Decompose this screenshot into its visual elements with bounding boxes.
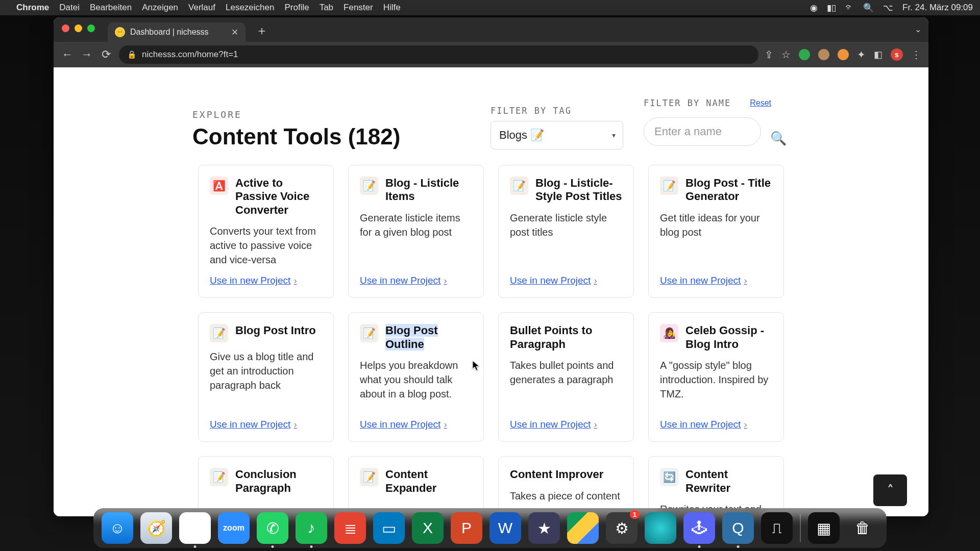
tool-card[interactable]: 📝Blog - Listicle Items Generate listicle… xyxy=(348,165,484,298)
menu-verlauf[interactable]: Verlauf xyxy=(188,3,215,13)
tool-card[interactable]: 📝Blog Post Intro Give us a blog title an… xyxy=(198,312,334,442)
menubar-app-name[interactable]: Chrome xyxy=(16,3,49,13)
tool-card-description: Helps you breakdown what you should talk… xyxy=(360,358,472,411)
tool-card[interactable]: Content Improver Takes a piece of conten… xyxy=(498,456,634,516)
url-text: nichesss.com/home?ft=1 xyxy=(142,49,238,60)
tabs-overflow-icon[interactable]: ⌄ xyxy=(915,24,921,34)
tool-card[interactable]: 📝Conclusion Paragraph xyxy=(198,456,334,516)
address-bar[interactable]: 🔒 nichesss.com/home?ft=1 xyxy=(119,45,758,64)
tab-strip: 😶 Dashboard | nichesss ✕ ＋ ⌄ xyxy=(54,17,928,42)
dock-app-spotify[interactable]: ♪ xyxy=(296,512,327,544)
forward-button[interactable]: → xyxy=(80,48,93,61)
toolbar: ← → ⟳ 🔒 nichesss.com/home?ft=1 ⇪ ☆ ✦ ◧ s… xyxy=(54,42,928,67)
dock-app-finder[interactable]: ☺ xyxy=(102,512,133,544)
scroll-to-top-button[interactable]: ˄ xyxy=(873,474,907,506)
use-in-project-link[interactable]: Use in new Project› xyxy=(210,419,322,430)
menubar-clock[interactable]: Fr. 24. März 09:09 xyxy=(902,3,973,13)
close-window-icon[interactable] xyxy=(62,24,69,32)
tag-select[interactable]: Blogs 📝 ▾ xyxy=(491,121,623,149)
tool-card-icon: 📝 xyxy=(360,177,378,195)
spotlight-icon[interactable]: 🔍 xyxy=(863,3,874,13)
dock-app-zoom[interactable]: zoom xyxy=(218,512,250,544)
reset-link[interactable]: Reset xyxy=(750,98,771,108)
back-button[interactable]: ← xyxy=(61,48,74,61)
tab-active[interactable]: 😶 Dashboard | nichesss ✕ xyxy=(108,22,246,42)
dock-app-quicktime[interactable]: Q xyxy=(722,512,754,544)
tool-card-description: Get title ideas for your blog post xyxy=(660,211,772,267)
side-panel-icon[interactable]: ◧ xyxy=(874,49,883,60)
use-in-project-link[interactable]: Use in new Project› xyxy=(660,419,772,430)
tools-grid: 🅰️Active to Passive Voice Converter Conv… xyxy=(192,165,790,442)
tool-card-icon: 📝 xyxy=(360,468,378,486)
extension-3-icon[interactable] xyxy=(838,49,849,60)
control-center-icon[interactable]: ⌥ xyxy=(883,3,893,13)
tool-card[interactable]: 🅰️Active to Passive Voice Converter Conv… xyxy=(198,165,334,298)
menu-datei[interactable]: Datei xyxy=(59,3,80,13)
menu-bearbeiten[interactable]: Bearbeiten xyxy=(90,3,132,13)
dock-app-whatsapp[interactable]: ✆ xyxy=(257,512,288,544)
dock-app-safari[interactable]: 🧭 xyxy=(140,512,172,544)
tool-card[interactable]: Bullet Points to Paragraph Takes bullet … xyxy=(498,312,634,442)
tool-card-title: Active to Passive Voice Converter xyxy=(235,177,309,216)
dock-app-chrome[interactable]: ◉ xyxy=(179,512,211,544)
fullscreen-window-icon[interactable] xyxy=(87,24,95,32)
tool-card-title: Content Expander xyxy=(385,468,436,494)
running-indicator-icon xyxy=(698,545,701,548)
tool-card[interactable]: 🔄Content Rewriter Rewrites your text and xyxy=(648,456,784,516)
dock-app-mission-control[interactable]: ▦ xyxy=(808,512,840,544)
running-indicator-icon xyxy=(194,545,197,548)
chevron-right-icon: › xyxy=(293,419,297,430)
dock-app-discord[interactable]: 🕹 xyxy=(683,512,715,544)
dock-app-todoist[interactable]: ≣ xyxy=(334,512,366,544)
tab-close-icon[interactable]: ✕ xyxy=(231,27,238,38)
name-search-input[interactable] xyxy=(644,117,761,146)
tool-card[interactable]: 📝Blog - Listicle-Style Post Titles Gener… xyxy=(498,165,634,298)
extension-2-icon[interactable] xyxy=(818,49,829,60)
dock-app-trello[interactable]: ▭ xyxy=(373,512,405,544)
menu-fenster[interactable]: Fenster xyxy=(344,3,373,13)
new-tab-button[interactable]: ＋ xyxy=(251,19,273,42)
search-button[interactable]: 🔍 xyxy=(767,128,790,149)
window-traffic-lights xyxy=(62,24,95,32)
use-in-project-link[interactable]: Use in new Project› xyxy=(510,419,622,430)
use-in-project-link[interactable]: Use in new Project› xyxy=(210,275,322,286)
use-in-project-link[interactable]: Use in new Project› xyxy=(510,275,622,286)
extensions-puzzle-icon[interactable]: ✦ xyxy=(857,48,866,61)
page-title: Content Tools (182) xyxy=(192,124,400,149)
dock-app-siri[interactable] xyxy=(645,512,676,544)
menu-profile[interactable]: Profile xyxy=(284,3,309,13)
dock-app-word[interactable]: W xyxy=(489,512,521,544)
dock-app-imovie[interactable]: ★ xyxy=(528,512,560,544)
tools-grid-continued: 📝Conclusion Paragraph 📝Content Expander … xyxy=(192,456,790,516)
battery-icon[interactable]: ▮▯ xyxy=(827,3,836,13)
tool-card[interactable]: 📝Content Expander xyxy=(348,456,484,516)
share-icon[interactable]: ⇪ xyxy=(765,48,773,61)
profile-avatar[interactable]: s xyxy=(891,48,903,61)
reload-button[interactable]: ⟳ xyxy=(100,48,113,61)
tool-card[interactable]: 📝Blog Post - Title Generator Get title i… xyxy=(648,165,784,298)
menu-anzeigen[interactable]: Anzeigen xyxy=(142,3,178,13)
screen-record-icon[interactable]: ◉ xyxy=(810,3,818,13)
dock-app-excel[interactable]: X xyxy=(412,512,444,544)
dock-app-settings[interactable]: ⚙1 xyxy=(606,512,638,544)
use-in-project-link[interactable]: Use in new Project› xyxy=(660,275,772,286)
use-in-project-link[interactable]: Use in new Project› xyxy=(360,275,472,286)
dock-app-drive[interactable] xyxy=(567,512,599,544)
use-in-project-link[interactable]: Use in new Project› xyxy=(360,419,472,430)
tool-card[interactable]: 👩‍🎤Celeb Gossip - Blog Intro A "gossip s… xyxy=(648,312,784,442)
bookmark-star-icon[interactable]: ☆ xyxy=(781,48,791,61)
dock-app-powerpoint[interactable]: P xyxy=(451,512,482,544)
chrome-menu-icon[interactable]: ⋮ xyxy=(911,48,921,61)
dock-app-voice-memos[interactable]: ⎍ xyxy=(761,512,793,544)
tool-card[interactable]: 📝Blog Post Outline Helps you breakdown w… xyxy=(348,312,484,442)
wifi-icon[interactable]: ᯤ xyxy=(845,3,854,13)
running-indicator-icon xyxy=(310,545,313,548)
minimize-window-icon[interactable] xyxy=(75,24,82,32)
menu-hilfe[interactable]: Hilfe xyxy=(383,3,401,13)
running-indicator-icon xyxy=(737,545,740,548)
menu-lesezeichen[interactable]: Lesezeichen xyxy=(226,3,274,13)
menu-tab[interactable]: Tab xyxy=(320,3,333,13)
extension-1-icon[interactable] xyxy=(799,49,810,60)
dock-app-trash[interactable]: 🗑 xyxy=(847,512,878,544)
filter-name-label: FILTER BY NAME xyxy=(644,98,731,108)
